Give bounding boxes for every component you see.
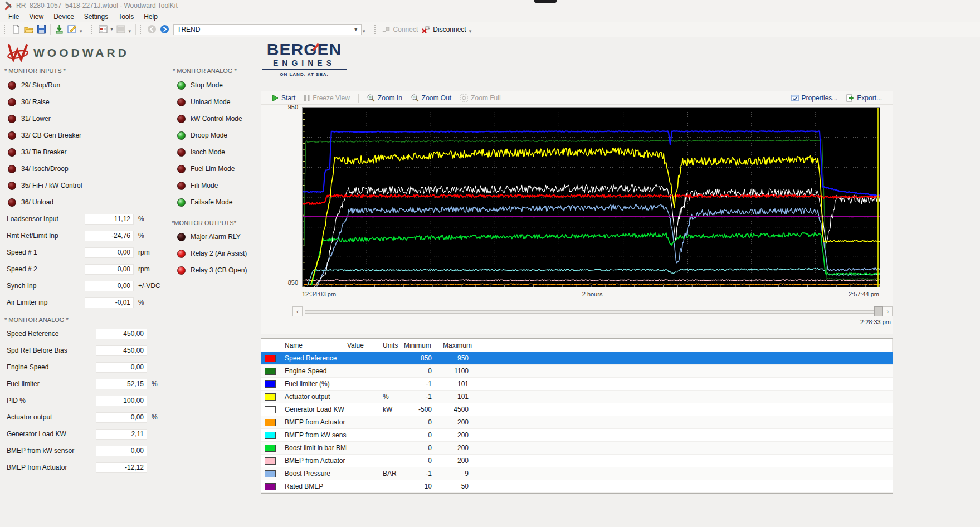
led-label: Droop Mode: [191, 131, 227, 139]
col-filler: [477, 339, 893, 352]
cell-min: 0: [399, 431, 438, 439]
scrollbar-track[interactable]: [305, 310, 880, 314]
y-axis-min-label: 850: [277, 279, 298, 286]
menu-help[interactable]: Help: [139, 12, 163, 21]
field-generator-load-kw: Generator Load KW2,11: [0, 426, 173, 442]
field-value[interactable]: 0,00: [85, 247, 134, 258]
table-row-bmep-from-actuator[interactable]: BMEP from Actuator0200: [261, 416, 893, 429]
scrollbar-right-arrow[interactable]: ›: [883, 306, 893, 316]
datalog-dropdown-arrow[interactable]: ▾: [111, 27, 113, 32]
menu-view[interactable]: View: [24, 12, 48, 21]
table-row-engine-speed[interactable]: Engine Speed01100: [261, 365, 893, 378]
menu-device[interactable]: Device: [48, 12, 79, 21]
scrollbar-left-arrow[interactable]: ‹: [292, 306, 303, 316]
combo-dropdown-arrow[interactable]: ▼: [350, 27, 361, 32]
trend-scrollbar[interactable]: ‹ ›: [292, 306, 893, 316]
menu-tools[interactable]: Tools: [113, 12, 139, 21]
table-row-bmep-from-kw-sensor[interactable]: BMEP from kW sensor0200: [261, 429, 893, 442]
field-value[interactable]: 450,00: [96, 329, 147, 339]
trend-zoom-full-button[interactable]: Zoom Full: [456, 93, 504, 103]
field-spd-ref-before-bias: Spd Ref Before Bias450,00: [0, 342, 173, 359]
program-device-icon: [55, 25, 64, 34]
table-row-boost-limit-in-bar-bmep[interactable]: Boost limit in bar BMEP0200: [261, 442, 893, 455]
navigate-forward-button[interactable]: [158, 23, 171, 35]
field-value[interactable]: 2,11: [96, 429, 147, 440]
x-axis-end-time: 2:57:44 pm: [849, 291, 879, 297]
table-row-speed-reference[interactable]: Speed Reference850950: [261, 352, 893, 365]
trend-zoom-out-button[interactable]: Zoom Out: [407, 93, 455, 103]
menu-file[interactable]: File: [3, 12, 24, 21]
open-file-button[interactable]: [22, 23, 35, 35]
monitor-outputs-title: *MONITOR OUTPUTS*: [172, 219, 236, 226]
trend-properties-button[interactable]: Properties...: [787, 93, 842, 103]
field-value[interactable]: 0,00: [85, 281, 134, 291]
cell-name: Fuel limiter (%): [279, 380, 347, 388]
scrollbar-thumb[interactable]: [874, 306, 883, 316]
cell-name: Boost limit in bar BMEP: [279, 444, 347, 452]
table-row-generator-load-kw[interactable]: Generator Load KWkW-5004500: [261, 403, 893, 416]
cell-max: 9: [438, 470, 477, 477]
trend-plot-svg: [303, 108, 880, 287]
page-selector-combo[interactable]: TREND ▼: [173, 24, 362, 35]
monitor-input-30-raise: 30/ Raise: [8, 94, 158, 110]
toolbar-overflow-icon[interactable]: ▾: [363, 28, 365, 34]
field-value[interactable]: 100,00: [96, 396, 147, 406]
trend-plot[interactable]: [302, 107, 880, 287]
toolbar-grip: [140, 25, 143, 34]
woodward-w-icon: [7, 43, 29, 62]
trend-start-button[interactable]: Start: [268, 93, 299, 103]
disconnect-button[interactable]: Disconnect: [420, 23, 467, 35]
table-row-rated-bmep[interactable]: Rated BMEP1050: [261, 480, 893, 493]
table-row-bmep-from-actuator[interactable]: BMEP from Actuator0200: [261, 455, 893, 467]
trend-freeze-button[interactable]: Freeze View: [300, 93, 353, 103]
datalog-button[interactable]: ▾: [97, 23, 115, 35]
monitor-input-35-fifi-kw-control: 35/ FiFi / kW Control: [8, 177, 158, 194]
zoom-out-icon: [411, 94, 419, 102]
bergen-text-a: BER: [267, 40, 304, 58]
cell-name: Engine Speed: [279, 367, 347, 375]
trend-zoom-in-button[interactable]: Zoom In: [363, 93, 406, 103]
led-indicator: [177, 250, 186, 258]
save-button[interactable]: [35, 23, 48, 35]
settings-editor-button[interactable]: [66, 23, 79, 35]
field-value[interactable]: 0,00: [96, 446, 147, 456]
table-row-fuel-limiter[interactable]: Fuel limiter (%)-1101: [261, 378, 893, 391]
field-value[interactable]: 450,00: [96, 345, 147, 356]
toolbar-overflow-icon[interactable]: ▾: [80, 28, 82, 34]
field-unit: rpm: [138, 248, 150, 256]
led-label: Relay 2 (Air Assist): [191, 250, 247, 257]
column-header-name[interactable]: Name: [279, 339, 347, 352]
field-value[interactable]: -0,01: [85, 297, 134, 308]
series-color-swatch: [265, 470, 276, 477]
navigate-back-button[interactable]: [145, 23, 158, 35]
field-value[interactable]: 11,12: [85, 214, 134, 225]
trend-export-button[interactable]: Export...: [842, 93, 886, 103]
led-indicator: [177, 98, 186, 106]
woodward-logo: WOODWARD: [7, 43, 129, 62]
program-device-button[interactable]: [53, 23, 66, 35]
column-header-value[interactable]: Value: [347, 339, 379, 352]
header-rule: [72, 320, 166, 320]
connect-button[interactable]: Connect: [380, 23, 420, 35]
led-indicator: [8, 198, 16, 207]
toolbar-overflow-icon[interactable]: ▾: [469, 28, 472, 34]
field-engine-speed: Engine Speed0,00: [0, 359, 173, 375]
toolbar-overflow-icon[interactable]: ▾: [129, 28, 131, 34]
table-row-actuator-output[interactable]: Actuator output%-1101: [261, 391, 893, 403]
field-value[interactable]: 0,00: [85, 264, 134, 275]
column-header-maximum[interactable]: Maximum: [438, 339, 477, 352]
column-header-units[interactable]: Units: [379, 339, 399, 352]
field-value[interactable]: -12,12: [96, 462, 147, 473]
column-header-minimum[interactable]: Minimum: [399, 339, 438, 352]
field-value[interactable]: -24,76: [85, 231, 134, 241]
field-value[interactable]: 0,00: [96, 412, 147, 423]
snapshot-button[interactable]: [115, 23, 128, 35]
monitor-analog-title: * MONITOR ANALOG *: [4, 316, 69, 323]
new-file-button[interactable]: [9, 23, 22, 35]
mode-fuel-lim-mode: Fuel Lim Mode: [177, 160, 261, 177]
led-indicator: [8, 131, 16, 140]
field-value[interactable]: 52,15: [96, 379, 147, 389]
menu-settings[interactable]: Settings: [79, 12, 113, 21]
field-value[interactable]: 0,00: [96, 362, 147, 373]
table-row-boost-pressure[interactable]: Boost PressureBAR-19: [261, 467, 893, 480]
